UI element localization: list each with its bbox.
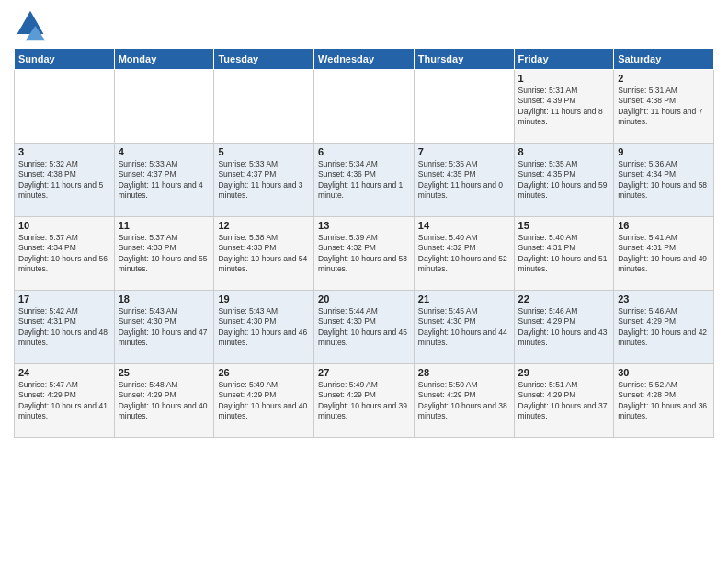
day-number: 12: [218, 220, 310, 231]
cell-details: Sunrise: 5:49 AM Sunset: 4:29 PM Dayligh…: [318, 380, 410, 422]
cell-details: Sunrise: 5:40 AM Sunset: 4:31 PM Dayligh…: [518, 233, 610, 275]
calendar-cell: [314, 70, 415, 144]
calendar-header: SundayMondayTuesdayWednesdayThursdayFrid…: [15, 49, 714, 70]
header-row: SundayMondayTuesdayWednesdayThursdayFrid…: [15, 49, 714, 70]
calendar-cell: 15Sunrise: 5:40 AM Sunset: 4:31 PM Dayli…: [514, 217, 614, 291]
day-number: 26: [218, 367, 310, 378]
calendar-cell: 30Sunrise: 5:52 AM Sunset: 4:28 PM Dayli…: [614, 364, 714, 438]
calendar-week: 24Sunrise: 5:47 AM Sunset: 4:29 PM Dayli…: [15, 364, 714, 438]
day-number: 2: [618, 73, 710, 84]
calendar-cell: 24Sunrise: 5:47 AM Sunset: 4:29 PM Dayli…: [15, 364, 115, 438]
svg-marker-0: [17, 11, 44, 34]
day-number: 7: [418, 146, 510, 157]
calendar-cell: 8Sunrise: 5:35 AM Sunset: 4:35 PM Daylig…: [514, 144, 614, 217]
calendar-cell: [414, 70, 514, 144]
day-number: 17: [18, 293, 110, 304]
header-cell: Friday: [514, 49, 614, 70]
header-cell: Monday: [114, 49, 214, 70]
calendar-cell: 20Sunrise: 5:44 AM Sunset: 4:30 PM Dayli…: [314, 291, 415, 364]
day-number: 3: [18, 146, 110, 157]
logo: [14, 9, 51, 42]
day-number: 8: [518, 146, 610, 157]
calendar-cell: 29Sunrise: 5:51 AM Sunset: 4:29 PM Dayli…: [514, 364, 614, 438]
day-number: 23: [618, 293, 710, 304]
day-number: 30: [618, 367, 710, 378]
calendar-cell: 10Sunrise: 5:37 AM Sunset: 4:34 PM Dayli…: [15, 217, 115, 291]
calendar-cell: 18Sunrise: 5:43 AM Sunset: 4:30 PM Dayli…: [114, 291, 214, 364]
cell-details: Sunrise: 5:33 AM Sunset: 4:37 PM Dayligh…: [119, 159, 210, 201]
header-cell: Sunday: [15, 49, 115, 70]
cell-details: Sunrise: 5:47 AM Sunset: 4:29 PM Dayligh…: [18, 380, 110, 422]
cell-details: Sunrise: 5:44 AM Sunset: 4:30 PM Dayligh…: [318, 306, 410, 349]
cell-details: Sunrise: 5:38 AM Sunset: 4:33 PM Dayligh…: [218, 233, 310, 275]
header-cell: Tuesday: [214, 49, 314, 70]
calendar-cell: 14Sunrise: 5:40 AM Sunset: 4:32 PM Dayli…: [414, 217, 514, 291]
day-number: 29: [518, 367, 610, 378]
day-number: 5: [218, 146, 310, 157]
cell-details: Sunrise: 5:51 AM Sunset: 4:29 PM Dayligh…: [518, 380, 610, 422]
cell-details: Sunrise: 5:36 AM Sunset: 4:34 PM Dayligh…: [618, 159, 710, 201]
cell-details: Sunrise: 5:42 AM Sunset: 4:31 PM Dayligh…: [18, 306, 110, 349]
cell-details: Sunrise: 5:31 AM Sunset: 4:39 PM Dayligh…: [518, 86, 610, 128]
cell-details: Sunrise: 5:40 AM Sunset: 4:32 PM Dayligh…: [418, 233, 510, 275]
calendar-body: 1Sunrise: 5:31 AM Sunset: 4:39 PM Daylig…: [15, 70, 714, 438]
cell-details: Sunrise: 5:41 AM Sunset: 4:31 PM Dayligh…: [618, 233, 710, 275]
cell-details: Sunrise: 5:34 AM Sunset: 4:36 PM Dayligh…: [318, 159, 410, 201]
calendar-cell: 9Sunrise: 5:36 AM Sunset: 4:34 PM Daylig…: [614, 144, 714, 217]
cell-details: Sunrise: 5:52 AM Sunset: 4:28 PM Dayligh…: [618, 380, 710, 422]
day-number: 1: [518, 73, 610, 84]
calendar-cell: [15, 70, 115, 144]
day-number: 27: [318, 367, 410, 378]
calendar-cell: 27Sunrise: 5:49 AM Sunset: 4:29 PM Dayli…: [314, 364, 415, 438]
calendar-cell: 1Sunrise: 5:31 AM Sunset: 4:39 PM Daylig…: [514, 70, 614, 144]
calendar-week: 3Sunrise: 5:32 AM Sunset: 4:38 PM Daylig…: [15, 144, 714, 217]
day-number: 4: [119, 146, 210, 157]
main-container: SundayMondayTuesdayWednesdayThursdayFrid…: [0, 0, 728, 442]
day-number: 19: [218, 293, 310, 304]
header-cell: Thursday: [414, 49, 514, 70]
day-number: 9: [618, 146, 710, 157]
day-number: 13: [318, 220, 410, 231]
calendar-cell: 28Sunrise: 5:50 AM Sunset: 4:29 PM Dayli…: [414, 364, 514, 438]
cell-details: Sunrise: 5:46 AM Sunset: 4:29 PM Dayligh…: [618, 306, 710, 349]
cell-details: Sunrise: 5:32 AM Sunset: 4:38 PM Dayligh…: [18, 159, 110, 201]
cell-details: Sunrise: 5:35 AM Sunset: 4:35 PM Dayligh…: [518, 159, 610, 201]
day-number: 15: [518, 220, 610, 231]
calendar-week: 1Sunrise: 5:31 AM Sunset: 4:39 PM Daylig…: [15, 70, 714, 144]
cell-details: Sunrise: 5:43 AM Sunset: 4:30 PM Dayligh…: [119, 306, 210, 349]
day-number: 25: [119, 367, 210, 378]
calendar-cell: 23Sunrise: 5:46 AM Sunset: 4:29 PM Dayli…: [614, 291, 714, 364]
day-number: 24: [18, 367, 110, 378]
calendar-cell: 22Sunrise: 5:46 AM Sunset: 4:29 PM Dayli…: [514, 291, 614, 364]
day-number: 22: [518, 293, 610, 304]
header-row: [14, 9, 714, 42]
day-number: 6: [318, 146, 410, 157]
cell-details: Sunrise: 5:49 AM Sunset: 4:29 PM Dayligh…: [218, 380, 310, 422]
calendar-cell: 7Sunrise: 5:35 AM Sunset: 4:35 PM Daylig…: [414, 144, 514, 217]
cell-details: Sunrise: 5:43 AM Sunset: 4:30 PM Dayligh…: [218, 306, 310, 349]
day-number: 20: [318, 293, 410, 304]
day-number: 10: [18, 220, 110, 231]
calendar-table: SundayMondayTuesdayWednesdayThursdayFrid…: [14, 48, 714, 438]
calendar-cell: 26Sunrise: 5:49 AM Sunset: 4:29 PM Dayli…: [214, 364, 314, 438]
cell-details: Sunrise: 5:46 AM Sunset: 4:29 PM Dayligh…: [518, 306, 610, 349]
calendar-week: 17Sunrise: 5:42 AM Sunset: 4:31 PM Dayli…: [15, 291, 714, 364]
cell-details: Sunrise: 5:37 AM Sunset: 4:34 PM Dayligh…: [18, 233, 110, 275]
calendar-cell: 16Sunrise: 5:41 AM Sunset: 4:31 PM Dayli…: [614, 217, 714, 291]
calendar-cell: 11Sunrise: 5:37 AM Sunset: 4:33 PM Dayli…: [114, 217, 214, 291]
calendar-cell: 6Sunrise: 5:34 AM Sunset: 4:36 PM Daylig…: [314, 144, 415, 217]
day-number: 16: [618, 220, 710, 231]
day-number: 18: [119, 293, 210, 304]
calendar-cell: 17Sunrise: 5:42 AM Sunset: 4:31 PM Dayli…: [15, 291, 115, 364]
day-number: 11: [119, 220, 210, 231]
header-cell: Wednesday: [314, 49, 415, 70]
calendar-cell: 2Sunrise: 5:31 AM Sunset: 4:38 PM Daylig…: [614, 70, 714, 144]
cell-details: Sunrise: 5:33 AM Sunset: 4:37 PM Dayligh…: [218, 159, 310, 201]
calendar-week: 10Sunrise: 5:37 AM Sunset: 4:34 PM Dayli…: [15, 217, 714, 291]
day-number: 28: [418, 367, 510, 378]
calendar-cell: [114, 70, 214, 144]
calendar-cell: 3Sunrise: 5:32 AM Sunset: 4:38 PM Daylig…: [15, 144, 115, 217]
calendar-cell: 5Sunrise: 5:33 AM Sunset: 4:37 PM Daylig…: [214, 144, 314, 217]
cell-details: Sunrise: 5:39 AM Sunset: 4:32 PM Dayligh…: [318, 233, 410, 275]
cell-details: Sunrise: 5:50 AM Sunset: 4:29 PM Dayligh…: [418, 380, 510, 422]
